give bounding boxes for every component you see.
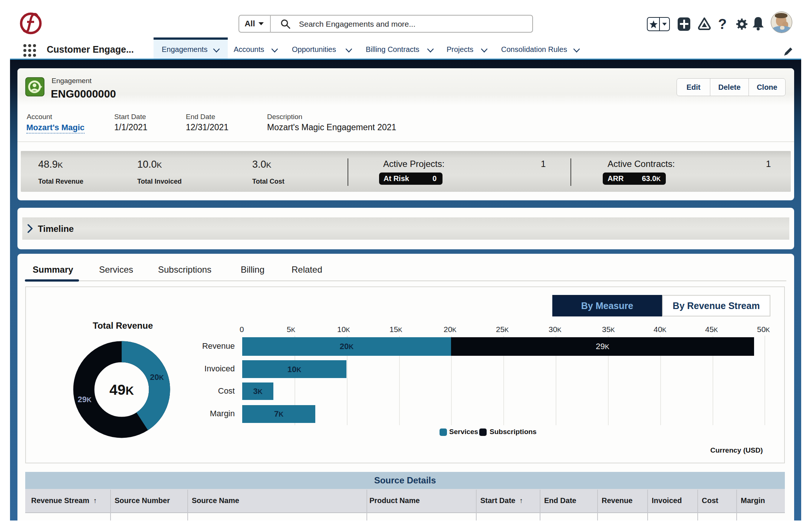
svg-text:49K: 49K <box>109 382 134 398</box>
svg-text:20K: 20K <box>150 372 164 382</box>
svg-text:29K: 29K <box>78 395 91 404</box>
